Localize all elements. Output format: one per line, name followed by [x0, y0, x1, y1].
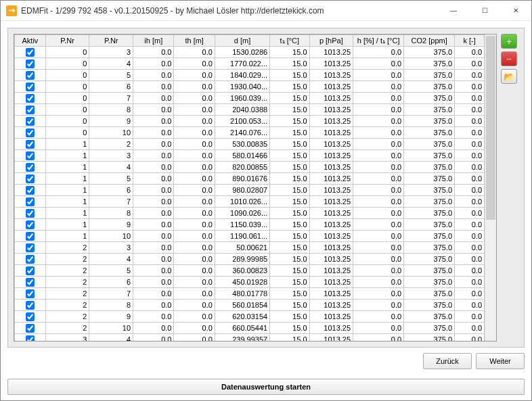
- cell-p1[interactable]: 2: [45, 323, 89, 334]
- cell-t[interactable]: 15.0: [270, 311, 309, 323]
- cell-h[interactable]: 0.0: [353, 185, 404, 196]
- cell-co2[interactable]: 375.0: [404, 334, 455, 341]
- cell-th[interactable]: 0.0: [174, 139, 215, 150]
- cell-p2[interactable]: 6: [89, 81, 133, 93]
- cell-t[interactable]: 15.0: [270, 323, 309, 334]
- cell-p2[interactable]: 4: [89, 58, 133, 70]
- cell-p[interactable]: 1013.25: [309, 47, 353, 58]
- cell-p1[interactable]: 1: [45, 173, 89, 185]
- cell-p1[interactable]: 2: [45, 277, 89, 288]
- cell-p2[interactable]: 5: [89, 265, 133, 277]
- cell-h[interactable]: 0.0: [353, 150, 404, 162]
- cell-th[interactable]: 0.0: [174, 104, 215, 116]
- cell-th[interactable]: 0.0: [174, 219, 215, 231]
- cell-th[interactable]: 0.0: [174, 70, 215, 81]
- cell-p[interactable]: 1013.25: [309, 231, 353, 242]
- cell-t[interactable]: 15.0: [270, 334, 309, 341]
- cell-p[interactable]: 1013.25: [309, 93, 353, 104]
- cell-th[interactable]: 0.0: [174, 150, 215, 162]
- table-row[interactable]: 120.00.0530.0083515.01013.250.0375.00.0: [15, 139, 485, 150]
- cell-ih[interactable]: 0.0: [133, 81, 174, 93]
- cell-k[interactable]: 0.0: [455, 70, 485, 81]
- cell-h[interactable]: 0.0: [353, 47, 404, 58]
- cell-th[interactable]: 0.0: [174, 208, 215, 219]
- cell-p1[interactable]: 0: [45, 104, 89, 116]
- next-button[interactable]: Weiter: [476, 353, 525, 369]
- cell-th[interactable]: 0.0: [174, 81, 215, 93]
- cell-d[interactable]: 50.00621: [215, 242, 269, 254]
- cell-k[interactable]: 0.0: [455, 196, 485, 208]
- cell-th[interactable]: 0.0: [174, 231, 215, 242]
- active-checkbox[interactable]: [26, 128, 35, 137]
- cell-ih[interactable]: 0.0: [133, 208, 174, 219]
- cell-th[interactable]: 0.0: [174, 116, 215, 127]
- cell-th[interactable]: 0.0: [174, 300, 215, 311]
- active-checkbox[interactable]: [26, 301, 35, 310]
- cell-p2[interactable]: 9: [89, 219, 133, 231]
- cell-k[interactable]: 0.0: [455, 162, 485, 173]
- cell-p1[interactable]: 0: [45, 127, 89, 139]
- cell-p2[interactable]: 7: [89, 196, 133, 208]
- cell-ih[interactable]: 0.0: [133, 47, 174, 58]
- cell-th[interactable]: 0.0: [174, 162, 215, 173]
- active-checkbox[interactable]: [26, 82, 35, 91]
- cell-p[interactable]: 1013.25: [309, 116, 353, 127]
- minimize-button[interactable]: —: [438, 1, 469, 21]
- table-row[interactable]: 280.00.0560.0185415.01013.250.0375.00.0: [15, 300, 485, 311]
- table-row[interactable]: 070.00.01960.039...15.01013.250.0375.00.…: [15, 93, 485, 104]
- cell-k[interactable]: 0.0: [455, 277, 485, 288]
- cell-t[interactable]: 15.0: [270, 58, 309, 70]
- cell-p1[interactable]: 2: [45, 265, 89, 277]
- cell-co2[interactable]: 375.0: [404, 231, 455, 242]
- cell-p1[interactable]: 1: [45, 231, 89, 242]
- table-row[interactable]: 0100.00.02140.076...15.01013.250.0375.00…: [15, 127, 485, 139]
- cell-co2[interactable]: 375.0: [404, 150, 455, 162]
- cell-ih[interactable]: 0.0: [133, 300, 174, 311]
- cell-p[interactable]: 1013.25: [309, 288, 353, 300]
- cell-h[interactable]: 0.0: [353, 93, 404, 104]
- cell-h[interactable]: 0.0: [353, 254, 404, 265]
- cell-d[interactable]: 620.03154: [215, 311, 269, 323]
- cell-d[interactable]: 480.01778: [215, 288, 269, 300]
- cell-p2[interactable]: 8: [89, 300, 133, 311]
- cell-h[interactable]: 0.0: [353, 104, 404, 116]
- cell-t[interactable]: 15.0: [270, 70, 309, 81]
- cell-p2[interactable]: 7: [89, 93, 133, 104]
- back-button[interactable]: Zurück: [423, 353, 472, 369]
- cell-k[interactable]: 0.0: [455, 185, 485, 196]
- cell-t[interactable]: 15.0: [270, 231, 309, 242]
- cell-d[interactable]: 2040.0388: [215, 104, 269, 116]
- cell-p[interactable]: 1013.25: [309, 127, 353, 139]
- col-header-0[interactable]: Aktiv: [15, 35, 46, 47]
- cell-p1[interactable]: 0: [45, 93, 89, 104]
- cell-th[interactable]: 0.0: [174, 196, 215, 208]
- table-row[interactable]: 2100.00.0660.0544115.01013.250.0375.00.0: [15, 323, 485, 334]
- active-checkbox[interactable]: [26, 255, 35, 264]
- cell-p[interactable]: 1013.25: [309, 185, 353, 196]
- cell-t[interactable]: 15.0: [270, 104, 309, 116]
- cell-p2[interactable]: 7: [89, 288, 133, 300]
- cell-p2[interactable]: 5: [89, 70, 133, 81]
- cell-p2[interactable]: 9: [89, 116, 133, 127]
- cell-h[interactable]: 0.0: [353, 334, 404, 341]
- cell-h[interactable]: 0.0: [353, 231, 404, 242]
- active-checkbox[interactable]: [26, 243, 35, 252]
- table-row[interactable]: 270.00.0480.0177815.01013.250.0375.00.0: [15, 288, 485, 300]
- cell-h[interactable]: 0.0: [353, 242, 404, 254]
- cell-ih[interactable]: 0.0: [133, 58, 174, 70]
- active-checkbox[interactable]: [26, 94, 35, 103]
- table-row[interactable]: 040.00.01770.022...15.01013.250.0375.00.…: [15, 58, 485, 70]
- cell-h[interactable]: 0.0: [353, 116, 404, 127]
- cell-p2[interactable]: 6: [89, 185, 133, 196]
- cell-p2[interactable]: 10: [89, 127, 133, 139]
- cell-p1[interactable]: 1: [45, 185, 89, 196]
- cell-t[interactable]: 15.0: [270, 288, 309, 300]
- cell-d[interactable]: 1190.061...: [215, 231, 269, 242]
- cell-p2[interactable]: 4: [89, 254, 133, 265]
- cell-ih[interactable]: 0.0: [133, 288, 174, 300]
- cell-k[interactable]: 0.0: [455, 288, 485, 300]
- cell-th[interactable]: 0.0: [174, 277, 215, 288]
- cell-p[interactable]: 1013.25: [309, 219, 353, 231]
- cell-k[interactable]: 0.0: [455, 334, 485, 341]
- table-row[interactable]: 240.00.0289.9998515.01013.250.0375.00.0: [15, 254, 485, 265]
